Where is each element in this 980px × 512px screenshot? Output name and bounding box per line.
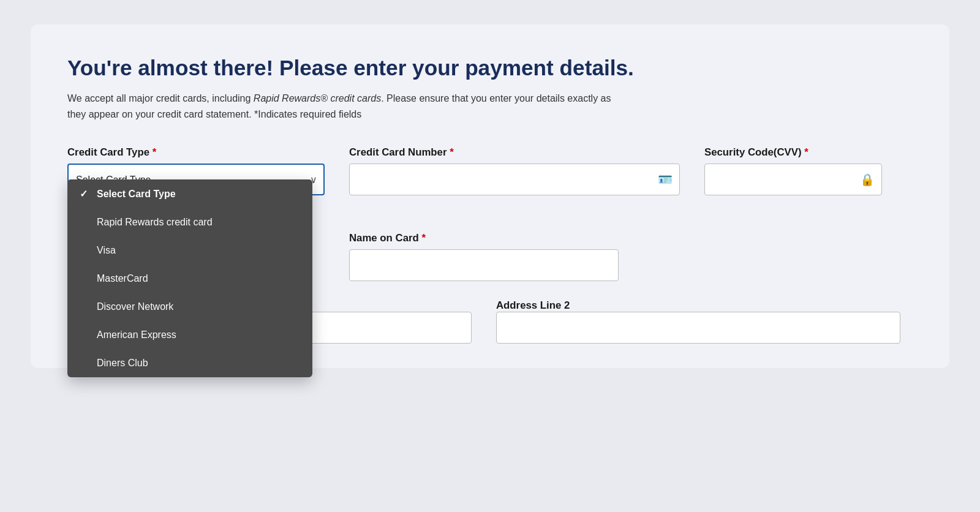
dropdown-item-diners-label: Diners Club	[97, 358, 148, 369]
dropdown-item-visa[interactable]: Visa	[67, 236, 312, 265]
dropdown-item-discover-label: Discover Network	[97, 301, 173, 312]
card-number-group: Credit Card Number * 🪪	[349, 146, 680, 195]
form-row-1: Credit Card Type * Select Card Type Rapi…	[67, 146, 913, 195]
card-number-required-star: *	[450, 146, 454, 158]
dropdown-item-amex-label: American Express	[97, 329, 176, 341]
subtitle-start: We accept all major credit cards, includ…	[67, 93, 254, 104]
cvv-required-star: *	[804, 146, 809, 158]
dropdown-item-rapid-rewards[interactable]: Rapid Rewards credit card	[67, 208, 312, 236]
dropdown-item-mastercard[interactable]: MasterCard	[67, 265, 312, 293]
card-number-input-wrapper: 🪪	[349, 164, 680, 195]
name-label: Name on Card *	[349, 232, 619, 244]
dropdown-item-diners[interactable]: Diners Club	[67, 349, 312, 377]
dropdown-item-mastercard-label: MasterCard	[97, 273, 148, 284]
address2-group: Address Line 2	[496, 299, 900, 344]
cvv-input[interactable]	[704, 164, 882, 195]
subtitle-italic: Rapid Rewards® credit cards	[254, 93, 381, 104]
page-container: You're almost there! Please enter your p…	[31, 24, 949, 368]
address2-input-wrapper	[496, 312, 900, 344]
page-subtitle: We accept all major credit cards, includ…	[67, 91, 619, 122]
card-type-required-star: *	[153, 146, 157, 158]
dropdown-item-rapid-rewards-label: Rapid Rewards credit card	[97, 217, 213, 228]
dropdown-item-discover[interactable]: Discover Network	[67, 293, 312, 321]
card-number-label: Credit Card Number *	[349, 146, 680, 159]
name-input-wrapper	[349, 249, 619, 281]
dropdown-item-select[interactable]: ✓ Select Card Type	[67, 179, 312, 208]
card-type-dropdown: ✓ Select Card Type Rapid Rewards credit …	[67, 179, 312, 377]
checkmark-icon: ✓	[80, 188, 91, 200]
card-type-group: Credit Card Type * Select Card Type Rapi…	[67, 146, 325, 195]
card-number-input[interactable]	[349, 164, 680, 195]
page-title: You're almost there! Please enter your p…	[67, 55, 913, 81]
name-required-star: *	[421, 232, 426, 244]
cvv-label: Security Code(CVV) *	[704, 146, 882, 159]
dropdown-item-visa-label: Visa	[97, 245, 116, 256]
address2-input[interactable]	[496, 312, 900, 344]
dropdown-item-select-label: Select Card Type	[97, 189, 176, 200]
cvv-group: Security Code(CVV) * 🔒	[704, 146, 882, 195]
dropdown-item-amex[interactable]: American Express	[67, 321, 312, 349]
address2-label: Address Line 2	[496, 299, 570, 311]
name-group: Name on Card *	[349, 232, 619, 281]
name-input[interactable]	[349, 249, 619, 281]
card-type-label: Credit Card Type *	[67, 146, 325, 159]
cvv-input-wrapper: 🔒	[704, 164, 882, 195]
